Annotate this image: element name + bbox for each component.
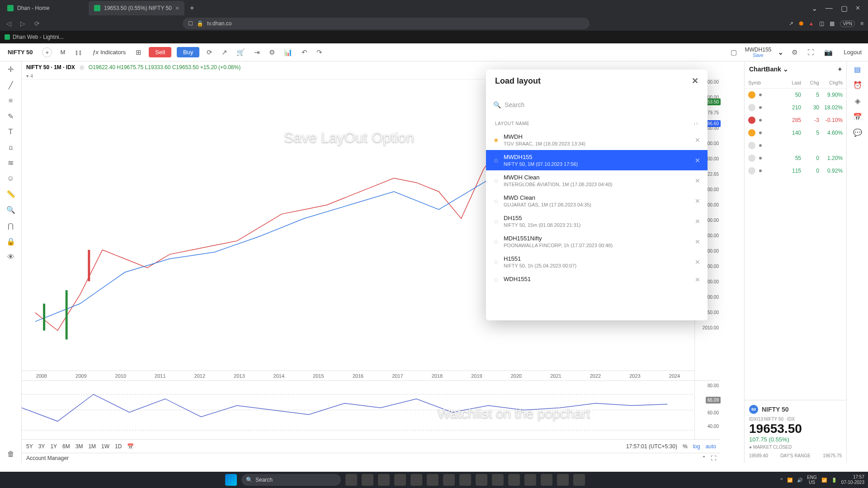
layout-row[interactable]: ☆WDH1551✕ <box>486 272 708 287</box>
layout-row[interactable]: ☆MWDH CleanINTERGLOBE AVIATION, 1M (17.0… <box>486 170 708 191</box>
start-icon[interactable] <box>225 474 237 486</box>
delete-icon[interactable]: ✕ <box>695 136 700 144</box>
account-manager-bar[interactable]: Account Manager ⌃ ⛶ <box>22 453 721 463</box>
delete-icon[interactable]: ✕ <box>695 276 700 283</box>
export-icon[interactable]: ⇥ <box>252 47 262 58</box>
grid-icon[interactable]: ⊞ <box>134 47 143 58</box>
auto-button[interactable]: auto <box>706 443 716 450</box>
app-icon[interactable] <box>557 474 569 486</box>
app-icon[interactable] <box>394 474 406 486</box>
expand-icon[interactable]: ⛶ <box>711 455 716 461</box>
eye-icon[interactable]: 👁 <box>7 253 14 261</box>
new-tab-button[interactable]: + <box>185 4 198 12</box>
delete-icon[interactable]: ✕ <box>695 218 700 225</box>
fullscreen-icon[interactable]: ⛶ <box>806 47 816 58</box>
watchlist-row[interactable]: 5059.90% <box>745 89 846 101</box>
browser-tab[interactable]: Dhan - Home <box>2 1 88 15</box>
magnet-icon[interactable]: ⋂ <box>8 221 14 230</box>
gear-icon[interactable]: ⚙ <box>790 47 799 58</box>
timeframe-button[interactable]: 1Y <box>50 443 57 450</box>
close-icon[interactable]: × <box>856 4 860 13</box>
watchlist-row[interactable]: 14054.60% <box>745 127 846 139</box>
col-symbol[interactable]: Symb <box>748 80 769 85</box>
refresh-icon[interactable]: ⟳ <box>33 18 42 29</box>
trendline-icon[interactable]: ╱ <box>9 81 13 89</box>
url-input[interactable]: ☐ 🔒 tv.dhan.co <box>183 18 590 29</box>
sub-price-axis[interactable]: 80.0066.0960.0040.0066.09 <box>694 381 721 439</box>
timeframe-button[interactable]: 3M <box>75 443 83 450</box>
chevron-down-icon[interactable]: ⌄ <box>778 48 783 56</box>
brave-icon[interactable]: ▲ <box>809 20 814 27</box>
candle-icon[interactable]: ⫿⫿ <box>73 47 84 58</box>
star-icon[interactable]: ☆ <box>493 238 499 245</box>
layout-save-button[interactable]: MWDH155 Save <box>745 47 772 58</box>
watchlist-title[interactable]: ChartBank ⌄ <box>749 66 788 73</box>
zoom-icon[interactable]: 🔍 <box>6 206 15 214</box>
app-icon[interactable] <box>476 474 487 486</box>
external-icon[interactable]: ↗ <box>220 47 229 58</box>
col-chg[interactable]: Chg <box>801 80 819 85</box>
watchlist-row[interactable]: 2103018.02% <box>745 101 846 114</box>
alerts-icon[interactable]: ⏰ <box>853 81 862 89</box>
taskbar-search[interactable]: 🔍 Search <box>241 474 341 486</box>
percent-button[interactable]: % <box>683 443 688 450</box>
timeframe-button[interactable]: 1M <box>88 443 96 450</box>
delete-icon[interactable]: ✕ <box>695 197 700 205</box>
layers-icon[interactable]: ◈ <box>855 97 860 105</box>
eye-icon[interactable]: ◎ <box>80 64 84 70</box>
app-icon[interactable] <box>443 474 455 486</box>
delete-icon[interactable]: ✕ <box>695 238 700 245</box>
add-button[interactable]: + <box>838 66 842 73</box>
layout-row[interactable]: ☆MDH1551NiftyPOONAWALLA FINCORP, 1h (17.… <box>486 231 708 252</box>
horizontal-icon[interactable]: ≡ <box>9 97 13 105</box>
close-icon[interactable]: × <box>175 5 179 12</box>
chevron-down-icon[interactable]: ⌄ <box>811 4 817 13</box>
tray-icon[interactable]: 🔊 <box>797 478 802 483</box>
language-indicator[interactable]: ENGUS <box>807 475 817 485</box>
timeframe-button[interactable]: 6M <box>62 443 70 450</box>
gear-icon[interactable]: ⚙ <box>267 47 277 58</box>
indicators-button[interactable]: ƒx Indicators <box>90 47 128 57</box>
layout-row[interactable]: ☆MWDH155NIFTY 50, 1M (07.10.2023 17:56)✕ <box>486 150 708 170</box>
watchlist-icon[interactable]: ▤ <box>854 65 861 74</box>
col-chgp[interactable]: Chg% <box>819 80 843 85</box>
interval-button[interactable]: M <box>57 47 68 57</box>
refresh-icon[interactable]: ⟳ <box>205 47 214 58</box>
indicator-chart[interactable]: Watchlist on the popchart 80.0066.0960.0… <box>22 380 721 439</box>
text-icon[interactable]: T <box>9 128 13 136</box>
star-icon[interactable]: ☆ <box>493 258 499 266</box>
watchlist-row[interactable]: 285-3-0.10% <box>745 114 846 127</box>
app-icon[interactable] <box>492 474 504 486</box>
timeframe-button[interactable]: 1D <box>115 443 122 450</box>
app-icon[interactable] <box>524 474 536 486</box>
add-symbol-button[interactable]: + <box>42 47 52 57</box>
app-icon[interactable] <box>427 474 439 486</box>
app-icon[interactable] <box>345 474 357 486</box>
camera-icon[interactable]: 📷 <box>822 47 835 58</box>
star-icon[interactable]: ☆ <box>493 218 499 225</box>
app-icon[interactable] <box>362 474 373 486</box>
watchlist-row[interactable]: 5501.20% <box>745 152 846 164</box>
minimize-icon[interactable]: — <box>826 4 833 13</box>
app-icon[interactable] <box>378 474 390 486</box>
close-icon[interactable]: ✕ <box>692 76 698 86</box>
tray-icon[interactable]: ^ <box>780 478 783 483</box>
star-icon[interactable]: ☆ <box>493 177 499 184</box>
star-icon[interactable]: ★ <box>493 136 499 144</box>
maximize-icon[interactable]: ▢ <box>841 4 848 13</box>
sidebar-icon[interactable]: ◫ <box>819 20 824 27</box>
share-icon[interactable]: ↗ <box>789 20 793 27</box>
watchlist-row[interactable]: 11500.92% <box>745 164 846 177</box>
app-icon[interactable] <box>541 474 552 486</box>
bookmark-icon[interactable]: ☐ <box>188 20 193 27</box>
delete-icon[interactable]: ✕ <box>695 157 700 164</box>
brush-icon[interactable]: ✎ <box>8 112 14 121</box>
log-button[interactable]: log <box>693 443 700 450</box>
star-icon[interactable]: ☆ <box>493 197 499 205</box>
layout-row[interactable]: ☆H1551NIFTY 50, 1h (25.04.2023 00:07)✕ <box>486 252 708 272</box>
emoji-icon[interactable]: ☺ <box>7 174 14 183</box>
basket-icon[interactable]: 🛒 <box>235 47 247 58</box>
barchart-icon[interactable]: 📊 <box>282 47 294 58</box>
timeframe-button[interactable]: 5Y <box>26 443 33 450</box>
bookmark-item[interactable]: Dhan Web - Lightni... <box>5 34 64 40</box>
